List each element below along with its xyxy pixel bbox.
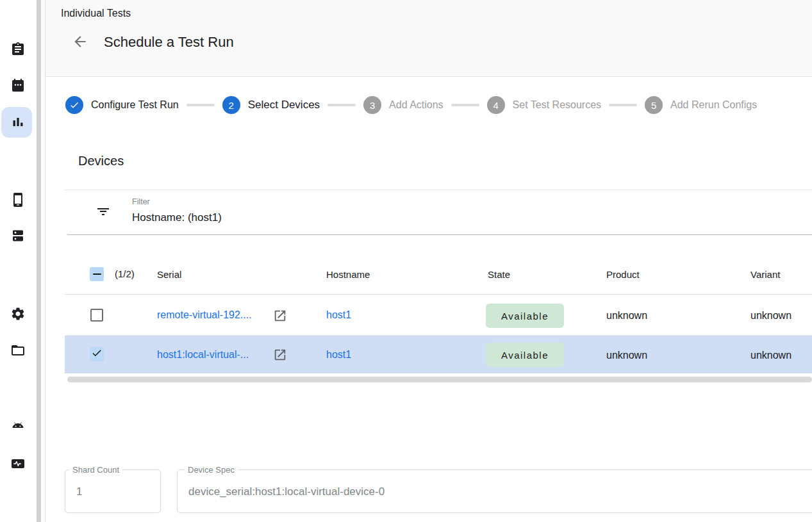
file-browser-nav-item[interactable] [10, 343, 26, 358]
row-2-hostname-link[interactable]: host1 [326, 349, 351, 361]
bar-chart-icon [10, 115, 26, 130]
step-4-label: Set Test Resources [513, 99, 601, 111]
nav-scrollbar-thumb[interactable] [37, 0, 41, 522]
filter-underline [67, 234, 812, 235]
shard-count-label: Shard Count [69, 465, 122, 475]
row-2-checkbox[interactable] [90, 347, 104, 361]
column-header-product: Product [606, 269, 640, 280]
calendar-icon [10, 77, 26, 93]
column-header-hostname: Hostname [326, 269, 370, 280]
step-3-label: Add Actions [389, 99, 443, 111]
row-1-variant: unknown [750, 310, 791, 322]
row-1-serial-link[interactable]: remote-virtual-192.... [157, 309, 252, 321]
monitoring-nav-item[interactable] [10, 456, 26, 471]
step-4-number: 4 [487, 96, 505, 114]
table-horizontal-scrollbar[interactable] [67, 377, 812, 382]
left-nav-rail [0, 0, 37, 522]
devices-section-title: Devices [78, 154, 124, 168]
open-in-new-icon[interactable] [273, 348, 287, 362]
device-spec-value[interactable]: device_serial:host1:local-virtual-device… [188, 485, 385, 498]
breadcrumb: Individual Tests [61, 8, 131, 19]
shard-count-value[interactable]: 1 [76, 485, 82, 498]
android-nav-item[interactable] [10, 420, 26, 435]
step-configure-test-run[interactable]: Configure Test Run [65, 96, 179, 114]
row-2-variant: unknown [750, 350, 791, 361]
content-divider-line [45, 0, 46, 522]
step-5-label: Add Rerun Configs [670, 99, 757, 111]
filter-icon [95, 204, 111, 220]
column-header-variant: Variant [750, 269, 780, 280]
step-1-check-icon [65, 96, 83, 114]
open-in-new-icon[interactable] [273, 309, 287, 323]
row-1-product: unknown [606, 310, 647, 322]
row-1-hostname-link[interactable]: host1 [326, 309, 351, 321]
filter-field-label: Filter [132, 197, 150, 206]
back-arrow-icon [72, 41, 88, 52]
row-1-state-badge: Available [486, 304, 564, 328]
android-icon [10, 420, 26, 435]
step-connector [186, 104, 215, 106]
row-2-product: unknown [606, 350, 647, 361]
row-1-checkbox[interactable] [90, 309, 103, 322]
select-all-checkbox[interactable] [90, 267, 104, 281]
settings-nav-item[interactable] [10, 306, 26, 322]
gear-icon [10, 306, 26, 322]
page-title: Schedule a Test Run [104, 34, 234, 51]
step-2-number: 2 [222, 96, 240, 114]
monitor-heart-icon [10, 456, 26, 471]
row-2-state-badge: Available [486, 343, 564, 367]
filter-field-value[interactable]: Hostname: (host1) [132, 211, 222, 224]
step-set-test-resources[interactable]: 4 Set Test Resources [487, 96, 601, 114]
step-1-label: Configure Test Run [91, 99, 179, 111]
folder-icon [10, 343, 26, 358]
checkmark-icon [91, 347, 103, 361]
step-3-number: 3 [363, 96, 381, 114]
test-results-nav-item[interactable] [10, 115, 26, 130]
smartphone-icon [10, 192, 26, 208]
step-connector [327, 104, 356, 106]
step-add-rerun-configs[interactable]: 5 Add Rerun Configs [645, 96, 757, 114]
server-icon [10, 228, 26, 243]
devices-nav-item[interactable] [10, 192, 26, 208]
step-5-number: 5 [645, 96, 663, 114]
column-header-state: State [488, 269, 510, 280]
step-add-actions[interactable]: 3 Add Actions [363, 96, 443, 114]
step-select-devices[interactable]: 2 Select Devices [222, 96, 320, 114]
selection-count: (1/2) [115, 268, 135, 279]
clipboard-icon [10, 42, 26, 57]
hosts-nav-item[interactable] [10, 228, 26, 243]
back-button[interactable] [72, 33, 88, 50]
row-2-serial-link[interactable]: host1:local-virtual-... [157, 349, 249, 361]
stepper: Configure Test Run 2 Select Devices 3 Ad… [65, 96, 757, 114]
column-header-serial: Serial [157, 269, 181, 280]
step-2-label: Select Devices [248, 99, 320, 111]
indeterminate-dash-icon [93, 273, 101, 275]
step-connector [451, 104, 479, 106]
test-plans-nav-item[interactable] [10, 77, 26, 93]
device-spec-label: Device Spec [185, 465, 238, 475]
step-connector [609, 104, 637, 106]
tests-nav-item[interactable] [10, 42, 26, 57]
